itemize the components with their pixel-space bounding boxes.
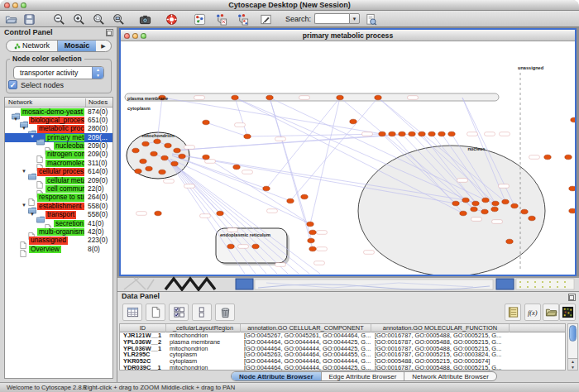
tree-row[interactable]: cell communicat22(0) bbox=[5, 185, 112, 194]
network-node[interactable] bbox=[227, 244, 234, 249]
scrollbar-thumb[interactable] bbox=[569, 325, 577, 342]
network-node[interactable] bbox=[481, 209, 488, 214]
float-data-panel-icon[interactable] bbox=[568, 294, 576, 301]
network-node[interactable] bbox=[309, 246, 316, 251]
delete-attribute-icon[interactable] bbox=[215, 304, 235, 321]
network-node[interactable] bbox=[146, 166, 152, 171]
table-row[interactable]: YPL036W__1mitochondrion[GO:0044464, GO:0… bbox=[120, 346, 565, 352]
tree-header[interactable]: Network Nodes bbox=[5, 98, 112, 108]
network-node[interactable] bbox=[511, 203, 518, 208]
network-node[interactable] bbox=[301, 194, 308, 199]
table-row[interactable]: YJR121W__1mitochondrion[GO:0045267, GO:0… bbox=[120, 332, 565, 339]
network-node[interactable] bbox=[502, 199, 509, 204]
network-node[interactable] bbox=[287, 198, 294, 203]
tree-row[interactable]: ▼metabolic process280(0) bbox=[5, 125, 112, 133]
tree-expand-icon[interactable]: ▼ bbox=[30, 212, 35, 217]
tab-node-attribute-browser[interactable]: Node Attribute Browser bbox=[232, 372, 322, 380]
network-node[interactable] bbox=[217, 211, 223, 216]
tab-network-attribute-browser[interactable]: Network Attribute Browser bbox=[404, 372, 495, 380]
network-node[interactable] bbox=[161, 155, 168, 160]
tree-row[interactable]: nucleobase-209(0) bbox=[5, 142, 112, 151]
minimize-button[interactable] bbox=[12, 2, 18, 8]
network-node[interactable] bbox=[350, 119, 356, 124]
network-node[interactable] bbox=[154, 139, 160, 144]
network-canvas[interactable]: plasma membranecytoplasmmitochondrionnuc… bbox=[121, 41, 575, 275]
network-node[interactable] bbox=[203, 155, 209, 160]
network-node[interactable] bbox=[409, 131, 415, 136]
network-node[interactable] bbox=[438, 131, 445, 136]
tree-row[interactable]: ▼establishment of lo558(0) bbox=[5, 202, 112, 210]
scrollbar-arrows[interactable]: ▲▼ bbox=[568, 358, 577, 370]
snapshot-icon[interactable] bbox=[137, 12, 152, 26]
network-node[interactable] bbox=[171, 161, 178, 166]
network-node[interactable] bbox=[472, 201, 479, 206]
network-node[interactable] bbox=[452, 201, 459, 206]
network-node[interactable] bbox=[244, 134, 251, 139]
network-node[interactable] bbox=[448, 131, 455, 136]
network-node[interactable] bbox=[308, 238, 314, 243]
network-node[interactable] bbox=[399, 131, 405, 136]
network-node[interactable] bbox=[462, 198, 469, 203]
tree-expand-icon[interactable]: ▼ bbox=[22, 126, 26, 131]
search-input[interactable] bbox=[314, 13, 349, 24]
attribute-batch-icon[interactable] bbox=[505, 304, 521, 321]
tab-overflow-button[interactable]: ▶ bbox=[96, 41, 111, 51]
network-node[interactable] bbox=[460, 211, 467, 216]
close-button[interactable] bbox=[4, 2, 10, 8]
zoom-fit-icon[interactable] bbox=[111, 12, 126, 26]
zoom-in-icon[interactable] bbox=[71, 12, 86, 26]
tree-row[interactable]: Overview8(0) bbox=[5, 245, 112, 253]
tree-row[interactable]: nitrogen compo209(0) bbox=[5, 151, 112, 159]
attribute-table-icon[interactable] bbox=[122, 304, 142, 321]
tree-row[interactable]: ▼cellular process614(0) bbox=[5, 168, 112, 176]
zoom-window-button[interactable] bbox=[21, 2, 26, 8]
attribute-dropdown[interactable]: transporter activity ▲▼ bbox=[13, 66, 104, 79]
network-node[interactable] bbox=[307, 222, 313, 227]
network-node[interactable] bbox=[491, 207, 498, 212]
network-node[interactable] bbox=[482, 198, 489, 203]
tree-row[interactable]: ▼biological_process651(0) bbox=[5, 116, 112, 124]
network-node[interactable] bbox=[389, 131, 395, 136]
network-node[interactable] bbox=[309, 230, 316, 235]
help-icon[interactable] bbox=[164, 12, 179, 26]
table-scrollbar[interactable]: ▲▼ bbox=[567, 323, 578, 370]
table-row[interactable]: YKR052Ccytoplasm[GO:0044464, GO:0044446,… bbox=[120, 358, 565, 365]
search-config-icon[interactable] bbox=[363, 12, 378, 26]
network-node[interactable] bbox=[492, 201, 499, 206]
window-titlebar[interactable]: Cytoscape Desktop (New Session) bbox=[0, 0, 579, 11]
tree-expand-icon[interactable]: ▼ bbox=[30, 134, 35, 139]
tree-row[interactable]: macromolecule311(0) bbox=[5, 159, 112, 167]
network-overlay-icon[interactable] bbox=[192, 12, 207, 26]
network-window-titlebar[interactable]: primary metabolic process bbox=[121, 30, 575, 41]
table-row[interactable]: YPL036W__2plasma membrane[GO:0044464, GO… bbox=[120, 339, 565, 346]
network-node[interactable] bbox=[428, 131, 435, 136]
network-node[interactable] bbox=[151, 151, 157, 156]
tree-expand-icon[interactable]: ▼ bbox=[22, 203, 26, 208]
network-node[interactable] bbox=[471, 207, 477, 212]
column-header[interactable]: annotation.GO CELLULAR_COMPONENT bbox=[241, 324, 371, 332]
network-node[interactable] bbox=[165, 143, 171, 148]
network-node[interactable] bbox=[521, 209, 528, 214]
network-node[interactable] bbox=[159, 170, 165, 174]
network-node[interactable] bbox=[233, 165, 240, 170]
tree-row[interactable]: response to stimulu264(0) bbox=[5, 194, 112, 202]
tree-expand-icon[interactable]: ▼ bbox=[22, 169, 26, 174]
network-node[interactable] bbox=[179, 154, 185, 159]
network-node[interactable] bbox=[565, 155, 572, 160]
search-dropdown-button[interactable]: ▼ bbox=[349, 13, 360, 24]
network-node[interactable] bbox=[263, 186, 270, 191]
network-compare-icon[interactable] bbox=[235, 12, 250, 26]
tab-edge-attribute-browser[interactable]: Edge Attribute Browser bbox=[322, 372, 405, 380]
network-node[interactable] bbox=[155, 211, 161, 216]
network-node[interactable] bbox=[571, 117, 575, 122]
network-node[interactable] bbox=[569, 186, 575, 191]
network-node[interactable] bbox=[135, 169, 141, 174]
tree-row[interactable]: unassigned223(0) bbox=[5, 237, 112, 245]
network-node[interactable] bbox=[529, 216, 535, 221]
save-session-icon[interactable] bbox=[22, 12, 36, 26]
network-node[interactable] bbox=[569, 208, 575, 213]
select-attributes-icon[interactable] bbox=[169, 304, 189, 321]
tab-mosaic[interactable]: Mosaic bbox=[58, 41, 96, 51]
network-node[interactable] bbox=[132, 148, 139, 153]
network-node[interactable] bbox=[203, 120, 209, 125]
